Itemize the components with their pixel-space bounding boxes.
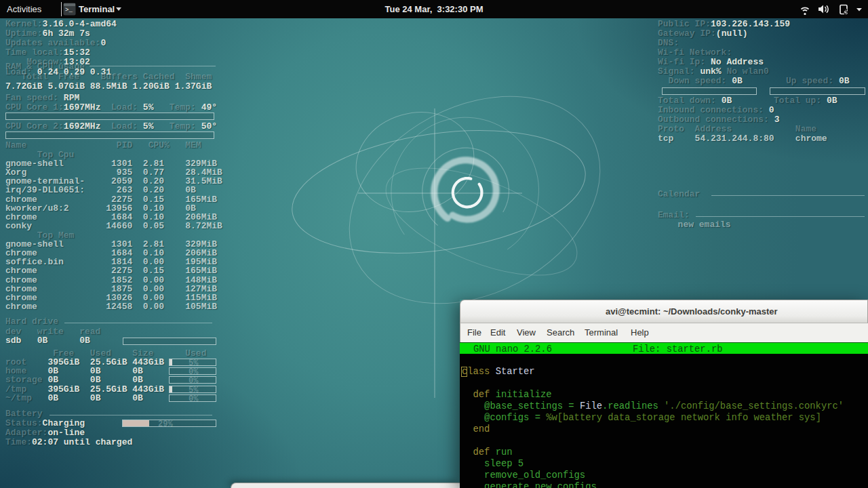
svg-text:>_: >_ <box>65 7 73 14</box>
